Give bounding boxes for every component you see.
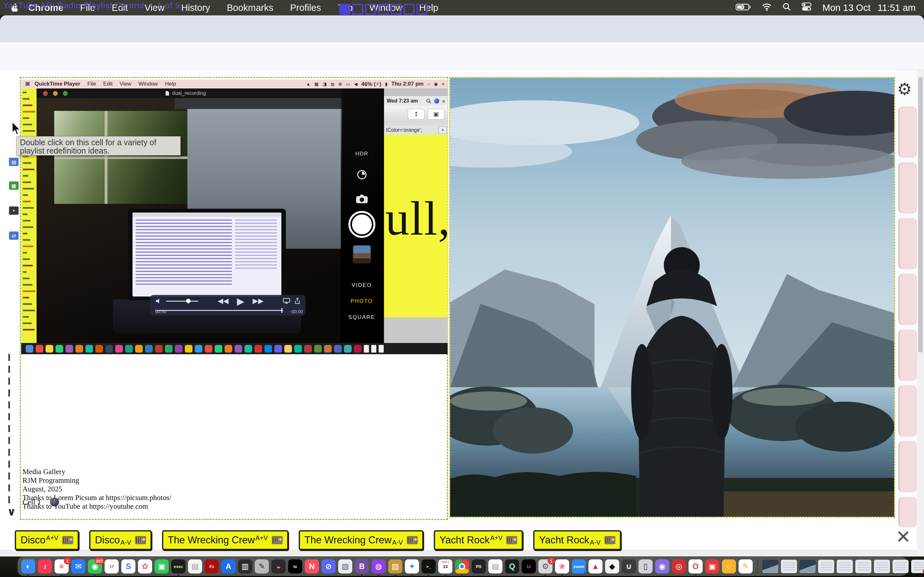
dock-icon[interactable]: zoom: [572, 559, 586, 574]
menu-bookmarks[interactable]: Bookmarks: [218, 3, 282, 13]
dock-icon[interactable]: A: [221, 559, 236, 574]
playlist-button-disco-a-v[interactable]: DiscoA-V: [89, 530, 152, 550]
moon-face-icon[interactable]: [50, 498, 59, 506]
shutter-button[interactable]: [349, 211, 375, 238]
dock-icon[interactable]: 13Oct 1: [438, 559, 452, 574]
dock-icon[interactable]: ▣: [705, 559, 719, 574]
mode-video[interactable]: VIDEO: [341, 282, 383, 288]
dock-icon[interactable]: S: [121, 559, 136, 574]
panel-close-icon[interactable]: ✕: [896, 526, 911, 547]
dock-icon[interactable]: ◆: [605, 559, 619, 574]
dock-icon[interactable]: tv: [288, 559, 302, 574]
dock-icon[interactable]: N: [305, 559, 319, 574]
minimized-window-thumbnail[interactable]: [762, 560, 779, 573]
playlist-button-the-wrecking-crew-a-v[interactable]: The Wrecking CrewA-V: [299, 530, 423, 550]
dock-icon[interactable]: ▲: [588, 559, 603, 574]
volume-slider[interactable]: [166, 301, 198, 301]
dock-icon[interactable]: ⚙1: [538, 559, 552, 574]
dock-icon[interactable]: 17: [105, 559, 119, 574]
share-icon[interactable]: [294, 298, 300, 304]
dock-icon[interactable]: ♪: [38, 559, 52, 574]
rewind-button[interactable]: ◀◀: [218, 297, 229, 305]
embedded-screen-recording[interactable]: ⌘QuickTime PlayerFileEditViewWindowHelp▲…: [21, 79, 447, 354]
dock-icon[interactable]: [455, 559, 469, 574]
dock-icon[interactable]: ✉: [71, 559, 86, 574]
dock-icon[interactable]: ✦: [405, 559, 419, 574]
mode-photo[interactable]: PHOTO: [341, 298, 383, 305]
scrubber-track[interactable]: [155, 310, 283, 311]
pink-list-item[interactable]: [898, 441, 917, 492]
battery-icon[interactable]: [736, 3, 751, 13]
scrollbar-thumb[interactable]: [918, 77, 923, 353]
dock-icon[interactable]: ▥: [238, 559, 252, 574]
dock-icon[interactable]: ≡1: [55, 559, 69, 574]
wifi-icon[interactable]: [762, 3, 772, 13]
dock-icon[interactable]: ◒: [271, 559, 286, 574]
dock-icon[interactable]: ◎: [672, 559, 686, 574]
minimized-window-thumbnail[interactable]: [874, 560, 890, 573]
menu-bar-date[interactable]: Mon 13 Oct: [822, 3, 871, 13]
dock-icon[interactable]: >_: [422, 559, 436, 574]
dock-icon[interactable]: ○: [722, 559, 736, 574]
playlist-button-disco-a+v[interactable]: DiscoA+V: [15, 530, 79, 550]
control-center-icon[interactable]: [802, 3, 811, 13]
dock-icon[interactable]: exec: [171, 559, 186, 574]
dock-icon[interactable]: ▤: [188, 559, 202, 574]
timer-icon[interactable]: [357, 169, 367, 181]
last-photo-thumbnail[interactable]: [352, 245, 371, 263]
dock-icon[interactable]: ▨: [388, 559, 402, 574]
minimized-window-thumbnail[interactable]: [818, 560, 834, 573]
playlist-button-yacht-rock-a+v[interactable]: Yacht RockA+V: [434, 530, 523, 550]
play-button[interactable]: ▶: [237, 295, 244, 307]
dock-icon[interactable]: ◉: [655, 559, 669, 574]
pink-list-item[interactable]: [898, 162, 917, 213]
pink-list-item[interactable]: [898, 330, 917, 381]
dock-icon[interactable]: ◐: [21, 559, 35, 574]
dock-icon[interactable]: IJ: [522, 559, 536, 574]
playlist-button-the-wrecking-crew-a+v[interactable]: The Wrecking CrewA+V: [162, 530, 288, 550]
search-icon[interactable]: [782, 3, 791, 13]
dock-icon[interactable]: ◉207: [88, 559, 102, 574]
pink-list-item[interactable]: [898, 218, 917, 269]
gear-icon[interactable]: ⚙: [897, 79, 912, 99]
minimized-window-thumbnail[interactable]: [911, 560, 924, 573]
mode-square[interactable]: SQUARE: [341, 314, 383, 321]
dock-icon[interactable]: ▯: [638, 559, 653, 574]
minimized-window-thumbnail[interactable]: [800, 560, 816, 573]
media-cell-2-photo[interactable]: [449, 77, 895, 518]
dock-icon[interactable]: ✿: [138, 559, 152, 574]
playlist-button-yacht-rock-a-v[interactable]: Yacht RockA-V: [533, 530, 621, 550]
menu-bar-time[interactable]: 11:51 am: [877, 3, 916, 13]
hdr-label[interactable]: HDR: [341, 151, 383, 157]
minimized-window-thumbnail[interactable]: [837, 560, 853, 573]
minimized-window-thumbnail[interactable]: [855, 560, 871, 573]
dock-icon[interactable]: ⊘: [321, 559, 336, 574]
dock-icon[interactable]: ∪: [622, 559, 636, 574]
pink-list-item[interactable]: [898, 106, 917, 158]
flip-camera-icon[interactable]: [355, 194, 368, 205]
fast-forward-button[interactable]: ▶▶: [253, 297, 264, 305]
dock-icon[interactable]: B: [355, 559, 369, 574]
dock-icon[interactable]: ▧: [338, 559, 352, 574]
minimized-window-thumbnail[interactable]: [781, 560, 797, 573]
dock-icon[interactable]: ❀: [555, 559, 569, 574]
dock-icon[interactable]: Q: [505, 559, 519, 574]
menu-profiles[interactable]: Profiles: [282, 3, 330, 13]
dock-icon[interactable]: O: [688, 559, 703, 574]
dock-icon[interactable]: ✎: [255, 559, 269, 574]
volume-icon[interactable]: [155, 298, 162, 304]
dock-icon[interactable]: Fz: [205, 559, 219, 574]
dock-icon[interactable]: PS: [472, 559, 486, 574]
macos-dock[interactable]: ◐♪≡1✉◉20717S✿▣exec▤FzA▥✎◒tvN⊘▧B◍▨✦>_13Oc…: [18, 557, 907, 576]
dock-icon[interactable]: ✎: [738, 559, 753, 574]
dock-icon[interactable]: ◍: [372, 559, 386, 574]
airplay-icon[interactable]: [283, 298, 290, 304]
pink-list-item[interactable]: [898, 274, 917, 325]
dock-icon[interactable]: ▣: [155, 559, 169, 574]
pink-list-item[interactable]: [898, 497, 917, 527]
video-player-controls[interactable]: ◀◀ ▶ ▶▶ 00:50 -00:00: [150, 295, 305, 316]
pink-list-item[interactable]: [898, 385, 917, 437]
minimized-window-thumbnail[interactable]: [893, 560, 909, 573]
dock-icon[interactable]: ▤: [488, 559, 502, 574]
playhead[interactable]: [281, 308, 282, 313]
